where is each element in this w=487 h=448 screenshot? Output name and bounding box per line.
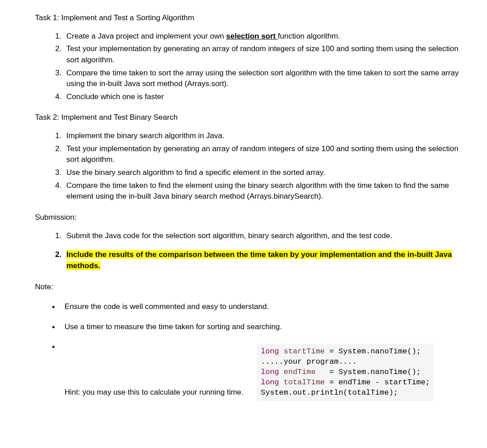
- code-kw-long-3: long: [261, 378, 279, 387]
- task1-title: Task 1: Implement and Test a Sorting Alg…: [35, 13, 465, 24]
- code-var-endtime: endTime: [279, 368, 329, 376]
- task2-item-3: Use the binary search algorithm to find …: [64, 167, 465, 178]
- note-item-1: Ensure the code is well commented and ea…: [52, 301, 465, 313]
- task1-item-4: Conclude which one is faster: [64, 91, 465, 103]
- note-item-3-text: Hint: you may use this to calculate your…: [65, 388, 244, 396]
- task2-item-2: Test your implementation by generating a…: [64, 144, 465, 165]
- submission-item-2-text: Include the results of the comparison be…: [66, 250, 452, 270]
- task1-list: Create a Java project and implement your…: [35, 31, 465, 103]
- code-hint-block: long startTime = System.nanoTime(); ....…: [257, 344, 433, 401]
- task2-list: Implement the binary search algorithm in…: [35, 130, 465, 202]
- code-l2: .....your program....: [261, 357, 357, 366]
- code-kw-long-1: long: [261, 347, 279, 356]
- code-var-starttime: startTime: [279, 347, 329, 356]
- code-l1-rest: = System.nanoTime();: [330, 347, 421, 356]
- submission-label: Submission:: [35, 212, 465, 223]
- note-item-3: Hint: you may use this to calculate your…: [52, 341, 465, 401]
- code-l5: System.out.println(totalTime);: [261, 388, 398, 397]
- task2-item-1: Implement the binary search algorithm in…: [64, 130, 465, 142]
- task1-item-1: Create a Java project and implement your…: [64, 31, 465, 42]
- note-label: Note:: [35, 282, 465, 293]
- task1-item-1-pre: Create a Java project and implement your…: [66, 32, 226, 40]
- task1-item-3: Compare the time taken to sort the array…: [64, 68, 465, 90]
- code-kw-long-2: long: [261, 368, 279, 376]
- submission-list: Submit the Java code for the selection s…: [35, 231, 465, 272]
- task1-item-1-post: function algorithm.: [278, 32, 340, 40]
- task2-title: Task 2: Implement and Test Binary Search: [35, 112, 465, 123]
- submission-item-2: Include the results of the comparison be…: [64, 249, 465, 271]
- task2-item-4: Compare the time taken to find the eleme…: [64, 180, 465, 202]
- task1-item-1-emph: selection sort: [226, 32, 278, 40]
- note-list: Ensure the code is well commented and ea…: [35, 301, 465, 401]
- code-l4-rest: = endTime - startTime;: [330, 378, 430, 387]
- submission-item-1: Submit the Java code for the selection s…: [64, 231, 465, 242]
- note-item-2: Use a timer to measure the time taken fo…: [52, 322, 465, 333]
- code-var-totaltime: totalTime: [279, 378, 329, 387]
- code-l3-rest: = System.nanoTime();: [330, 368, 421, 376]
- task1-item-2: Test your implementation by generating a…: [64, 43, 465, 65]
